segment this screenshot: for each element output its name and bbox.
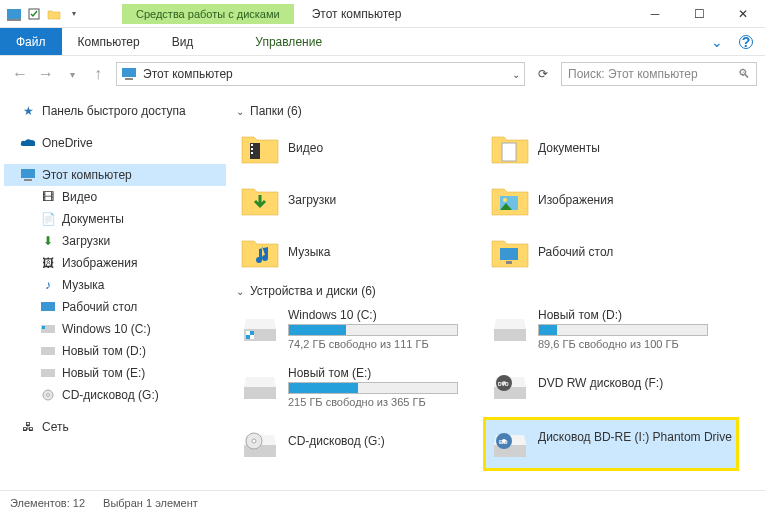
back-button[interactable]: ← bbox=[8, 62, 32, 86]
folder-desktop[interactable]: Рабочий стол bbox=[486, 228, 736, 276]
nav-documents[interactable]: 📄Документы bbox=[4, 208, 226, 230]
svg-rect-1 bbox=[7, 19, 21, 21]
address-pc-icon bbox=[121, 68, 137, 80]
group-folders-header[interactable]: ⌄Папки (6) bbox=[236, 104, 759, 118]
svg-rect-15 bbox=[251, 144, 253, 146]
window-title: Этот компьютер bbox=[312, 7, 402, 21]
svg-rect-9 bbox=[42, 326, 45, 329]
address-bar[interactable]: Этот компьютер ⌄ bbox=[116, 62, 525, 86]
nav-video[interactable]: 🎞Видео bbox=[4, 186, 226, 208]
breadcrumb[interactable]: Этот компьютер bbox=[143, 67, 233, 81]
search-icon: 🔍︎ bbox=[738, 67, 750, 81]
window-controls: ─ ☐ ✕ bbox=[633, 0, 765, 28]
document-icon: 📄 bbox=[40, 211, 56, 227]
cd-icon bbox=[40, 387, 56, 403]
nav-onedrive[interactable]: OneDrive bbox=[4, 132, 226, 154]
nav-this-pc[interactable]: Этот компьютер bbox=[4, 164, 226, 186]
svg-rect-18 bbox=[502, 143, 516, 161]
star-icon: ★ bbox=[20, 103, 36, 119]
download-icon: ⬇ bbox=[40, 233, 56, 249]
maximize-button[interactable]: ☐ bbox=[677, 0, 721, 28]
recent-locations-button[interactable]: ▾ bbox=[60, 62, 84, 86]
tab-view[interactable]: Вид bbox=[156, 28, 210, 55]
refresh-button[interactable]: ⟳ bbox=[531, 62, 555, 86]
tab-manage[interactable]: Управление bbox=[239, 28, 338, 55]
folder-icon bbox=[490, 128, 530, 168]
drive-g[interactable]: CD-дисковод (G:) bbox=[236, 420, 486, 468]
svg-point-13 bbox=[47, 394, 50, 397]
nav-quick-access[interactable]: ★Панель быстрого доступа bbox=[4, 100, 226, 122]
drive-i[interactable]: BD Дисковод BD-RE (I:) Phantom Drive bbox=[486, 420, 736, 468]
status-bar: Элементов: 12 Выбран 1 элемент bbox=[0, 490, 765, 514]
nav-drive-c[interactable]: Windows 10 (C:) bbox=[4, 318, 226, 340]
svg-rect-4 bbox=[125, 78, 133, 80]
nav-downloads[interactable]: ⬇Загрузки bbox=[4, 230, 226, 252]
svg-point-20 bbox=[503, 198, 507, 202]
nav-network[interactable]: 🖧Сеть bbox=[4, 416, 226, 438]
forward-button[interactable]: → bbox=[34, 62, 58, 86]
qat-new-folder-icon[interactable] bbox=[46, 6, 62, 22]
folder-icon bbox=[490, 232, 530, 272]
svg-rect-7 bbox=[41, 302, 55, 311]
desktop-icon bbox=[40, 299, 56, 315]
drive-icon bbox=[490, 308, 530, 348]
drive-c[interactable]: Windows 10 (C:) 74,2 ГБ свободно из 111 … bbox=[236, 304, 486, 354]
drive-d[interactable]: Новый том (D:) 89,6 ГБ свободно из 100 Г… bbox=[486, 304, 736, 354]
nav-pictures[interactable]: 🖼Изображения bbox=[4, 252, 226, 274]
search-placeholder: Поиск: Этот компьютер bbox=[568, 67, 698, 81]
address-dropdown-icon[interactable]: ⌄ bbox=[512, 69, 520, 80]
folder-downloads[interactable]: Загрузки bbox=[236, 176, 486, 224]
dvd-drive-icon: DVD bbox=[490, 366, 530, 406]
svg-text:BD: BD bbox=[499, 439, 508, 445]
svg-rect-5 bbox=[21, 169, 35, 178]
close-button[interactable]: ✕ bbox=[721, 0, 765, 28]
qat-properties-icon[interactable] bbox=[26, 6, 42, 22]
svg-rect-3 bbox=[122, 68, 136, 77]
picture-icon: 🖼 bbox=[40, 255, 56, 271]
contextual-tab-label: Средства работы с дисками bbox=[122, 4, 294, 24]
drive-icon bbox=[40, 321, 56, 337]
nav-music[interactable]: ♪Музыка bbox=[4, 274, 226, 296]
tab-file[interactable]: Файл bbox=[0, 28, 62, 55]
navigation-pane: ★Панель быстрого доступа OneDrive Этот к… bbox=[0, 92, 230, 492]
qat-dropdown-icon[interactable]: ▾ bbox=[66, 6, 82, 22]
folder-video[interactable]: Видео bbox=[236, 124, 486, 172]
quick-access-toolbar: ▾ bbox=[0, 6, 82, 22]
nav-desktop[interactable]: Рабочий стол bbox=[4, 296, 226, 318]
up-button[interactable]: ↑ bbox=[86, 62, 110, 86]
network-icon: 🖧 bbox=[20, 419, 36, 435]
folders-grid: Видео Документы Загрузки Изображения Муз… bbox=[236, 124, 759, 280]
drive-icon bbox=[240, 366, 280, 406]
folder-icon bbox=[240, 180, 280, 220]
minimize-button[interactable]: ─ bbox=[633, 0, 677, 28]
group-drives-header[interactable]: ⌄Устройства и диски (6) bbox=[236, 284, 759, 298]
expand-ribbon-icon[interactable]: ⌄ bbox=[711, 34, 723, 50]
folder-documents[interactable]: Документы bbox=[486, 124, 736, 172]
search-input[interactable]: Поиск: Этот компьютер 🔍︎ bbox=[561, 62, 757, 86]
svg-rect-22 bbox=[506, 261, 512, 264]
chevron-down-icon: ⌄ bbox=[236, 286, 244, 297]
help-icon[interactable]: ? bbox=[739, 35, 753, 49]
svg-rect-10 bbox=[41, 347, 55, 355]
nav-drive-d[interactable]: Новый том (D:) bbox=[4, 340, 226, 362]
nav-drive-g[interactable]: CD-дисковод (G:) bbox=[4, 384, 226, 406]
address-row: ← → ▾ ↑ Этот компьютер ⌄ ⟳ Поиск: Этот к… bbox=[0, 56, 765, 92]
folder-music[interactable]: Музыка bbox=[236, 228, 486, 276]
svg-text:DVD: DVD bbox=[498, 381, 509, 387]
tab-computer[interactable]: Компьютер bbox=[62, 28, 156, 55]
drive-icon bbox=[240, 308, 280, 348]
usage-bar bbox=[288, 382, 458, 394]
status-item-count: Элементов: 12 bbox=[10, 497, 85, 509]
bd-drive-icon: BD bbox=[490, 424, 530, 464]
folder-pictures[interactable]: Изображения bbox=[486, 176, 736, 224]
svg-rect-17 bbox=[251, 152, 253, 154]
nav-drive-e[interactable]: Новый том (E:) bbox=[4, 362, 226, 384]
drive-icon bbox=[40, 343, 56, 359]
drive-e[interactable]: Новый том (E:) 215 ГБ свободно из 365 ГБ bbox=[236, 362, 486, 412]
drive-f[interactable]: DVD DVD RW дисковод (F:) bbox=[486, 362, 736, 412]
content-pane: ⌄Папки (6) Видео Документы Загрузки Изоб… bbox=[230, 92, 765, 492]
title-bar: ▾ Средства работы с дисками Этот компьют… bbox=[0, 0, 765, 28]
svg-rect-6 bbox=[24, 179, 32, 181]
drives-grid: Windows 10 (C:) 74,2 ГБ свободно из 111 … bbox=[236, 304, 759, 476]
svg-rect-24 bbox=[246, 331, 250, 335]
